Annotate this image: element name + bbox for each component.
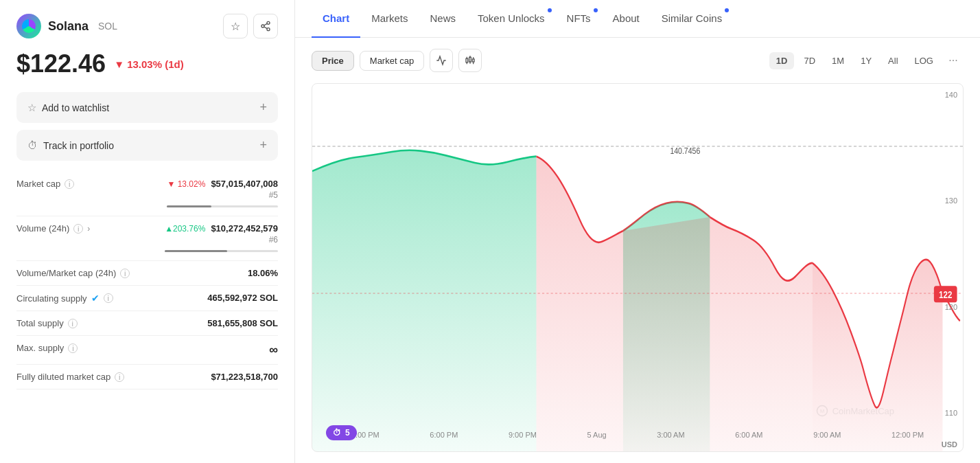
track-portfolio-button[interactable]: ⏱ Track in portfolio + (16, 130, 278, 161)
time-7d-button[interactable]: 7D (797, 52, 822, 69)
portfolio-btn-label: Track in portfolio (43, 140, 114, 151)
price-change-badge: ▼ 13.03% (1d) (114, 58, 184, 70)
circ-supply-info-icon[interactable]: i (104, 293, 113, 303)
market-cap-rank: #5 (269, 190, 278, 200)
price-row: $122.46 ▼ 13.03% (1d) (16, 49, 278, 78)
max-supply-row: Max. supply i ∞ (16, 336, 278, 365)
tab-similar-coins[interactable]: Similar Coins (651, 0, 733, 38)
volume-value: $10,272,452,579 (211, 223, 278, 234)
candle-chart-icon-button[interactable] (458, 49, 482, 72)
total-supply-label: Total supply i (16, 318, 78, 328)
svg-text:140.7456: 140.7456 (670, 145, 700, 156)
x-label-12pm: 12:00 PM (891, 431, 924, 439)
market-cap-info-icon[interactable]: i (65, 179, 74, 189)
watchlist-star-button[interactable]: ☆ (223, 14, 248, 38)
coin-price: $122.46 (16, 49, 106, 78)
add-to-watchlist-button[interactable]: ☆ Add to watchlist + (16, 92, 278, 123)
svg-point-0 (267, 21, 270, 24)
market-cap-label: Market cap i (16, 179, 74, 189)
circ-supply-value: 465,592,972 SOL (207, 293, 278, 303)
max-supply-value: ∞ (269, 343, 278, 357)
header-actions: ☆ (223, 14, 278, 38)
volume-row: Volume (24h) i › ▲203.76% $10,272,452,57… (16, 216, 278, 261)
market-cap-button[interactable]: Market cap (360, 51, 424, 71)
fully-diluted-info-icon[interactable]: i (115, 372, 124, 382)
share-button[interactable] (253, 14, 278, 38)
svg-rect-8 (469, 57, 471, 62)
time-1m-button[interactable]: 1M (825, 52, 851, 69)
time-all-button[interactable]: All (881, 52, 905, 69)
vol-mc-info-icon[interactable]: i (120, 269, 130, 278)
svg-rect-11 (472, 59, 474, 62)
sidebar: Solana SOL ☆ $122.46 ▼ 13.03% (1d) ☆ Add… (0, 0, 295, 463)
coin-name: Solana (48, 19, 89, 34)
tab-markets[interactable]: Markets (360, 0, 419, 38)
market-cap-value: $57,015,407,008 (211, 179, 278, 189)
circ-supply-row: Circulating supply ✔ i 465,592,972 SOL (16, 286, 278, 311)
volume-label: Volume (24h) i › (16, 223, 90, 234)
svg-line-4 (264, 23, 268, 25)
usd-label: USD (942, 440, 957, 449)
coin-header: Solana SOL ☆ (16, 14, 278, 38)
x-label-9pm: 9:00 PM (509, 431, 537, 439)
market-cap-change: ▼ 13.02% (167, 179, 205, 189)
svg-point-2 (267, 28, 270, 31)
more-options-button[interactable]: ··· (943, 50, 964, 71)
tab-token-unlocks[interactable]: Token Unlocks (467, 0, 556, 38)
history-count: 5 (345, 428, 350, 438)
x-label-6am: 6:00 AM (735, 431, 762, 439)
coin-identity: Solana SOL (16, 14, 117, 38)
volume-info-icon[interactable]: i (73, 224, 83, 234)
stats-section: Market cap i ▼ 13.02% $57,015,407,008 #5 (16, 172, 278, 389)
fully-diluted-label: Fully diluted market cap i (16, 372, 124, 382)
tab-about[interactable]: About (602, 0, 651, 38)
time-controls: 1D 7D 1M 1Y All LOG ··· (769, 50, 964, 71)
similar-coins-dot (725, 8, 729, 12)
vol-market-cap-value: 18.06% (248, 268, 278, 278)
chart-container: 122 140.7456 140 130 120 110 3:00 PM 6:0… (312, 83, 964, 452)
total-supply-info-icon[interactable]: i (68, 319, 78, 328)
main-content: Chart Markets News Token Unlocks NFTs Ab… (295, 0, 980, 463)
volume-values: ▲203.76% $10,272,452,579 #6 (165, 223, 278, 253)
time-1d-button[interactable]: 1D (769, 52, 795, 69)
coin-logo-inner (22, 19, 36, 33)
star-icon: ☆ (27, 102, 36, 114)
svg-line-3 (264, 27, 268, 29)
line-chart-icon-button[interactable] (430, 49, 453, 72)
price-chart-svg: 122 140.7456 (312, 84, 963, 451)
time-1y-button[interactable]: 1Y (854, 52, 878, 69)
nav-bar: Chart Markets News Token Unlocks NFTs Ab… (295, 0, 980, 38)
watchlist-btn-label: Add to watchlist (42, 102, 109, 113)
max-supply-label: Max. supply i (16, 343, 78, 353)
coinmarketcap-watermark: M CoinMarketCap (816, 405, 894, 417)
max-supply-info-icon[interactable]: i (68, 343, 78, 353)
portfolio-icon: ⏱ (27, 139, 38, 151)
x-axis-labels: 3:00 PM 6:00 PM 9:00 PM 5 Aug 3:00 AM 6:… (312, 431, 963, 439)
market-cap-bar (167, 201, 278, 209)
volume-expand-icon[interactable]: › (87, 224, 90, 234)
total-supply-value: 581,655,808 SOL (207, 318, 278, 328)
market-cap-row: Market cap i ▼ 13.02% $57,015,407,008 #5 (16, 172, 278, 216)
volume-bar (165, 246, 278, 253)
svg-point-1 (261, 25, 264, 27)
tab-nfts[interactable]: NFTs (556, 0, 602, 38)
price-change-text: ▼ 13.03% (1d) (114, 58, 184, 70)
chart-controls: Price Market cap 1D 7D 1M 1Y All LOG ··· (312, 49, 964, 72)
token-unlocks-dot (548, 8, 552, 12)
x-label-3am: 3:00 AM (657, 431, 684, 439)
volume-rank: #6 (269, 235, 278, 245)
fully-diluted-value: $71,223,518,700 (211, 372, 278, 382)
x-label-9am: 9:00 AM (813, 431, 841, 439)
tab-chart[interactable]: Chart (312, 0, 360, 38)
svg-rect-5 (466, 58, 468, 62)
tab-news[interactable]: News (419, 0, 467, 38)
coin-symbol: SOL (98, 21, 117, 32)
time-log-button[interactable]: LOG (908, 52, 940, 69)
price-button[interactable]: Price (312, 51, 354, 71)
history-clock-icon: ⏱ (333, 428, 341, 438)
fully-diluted-row: Fully diluted market cap i $71,223,518,7… (16, 365, 278, 389)
svg-text:M: M (820, 408, 824, 414)
x-label-6pm: 6:00 PM (430, 431, 458, 439)
history-badge-button[interactable]: ⏱ 5 (326, 425, 357, 440)
coin-logo (16, 14, 41, 38)
